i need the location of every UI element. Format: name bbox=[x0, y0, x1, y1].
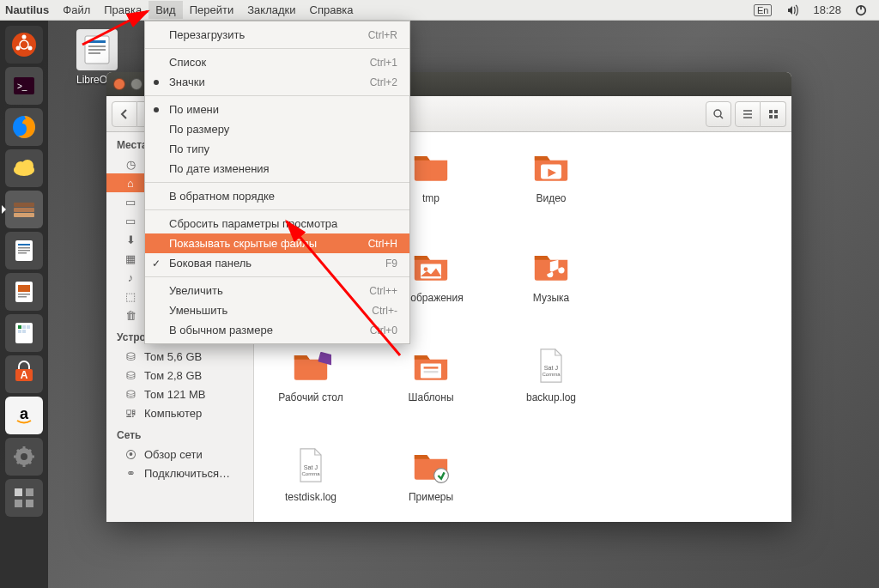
folder-icon bbox=[410, 345, 452, 386]
svg-rect-18 bbox=[18, 250, 30, 252]
sidebar-item[interactable]: ⦿Обзор сети bbox=[106, 445, 253, 464]
launcher-cloud[interactable] bbox=[5, 149, 43, 187]
menu-item-показывать-скрытые-файлы[interactable]: Показывать скрытые файлыCtrl+H bbox=[145, 233, 409, 253]
svg-rect-17 bbox=[18, 247, 30, 249]
svg-rect-27 bbox=[27, 325, 30, 329]
menu-item-по-типу[interactable]: По типу bbox=[145, 139, 409, 159]
svg-point-2 bbox=[22, 35, 27, 39]
svg-text:A: A bbox=[21, 369, 28, 381]
launcher-calc[interactable] bbox=[5, 314, 43, 352]
launcher-amazon[interactable]: a bbox=[5, 397, 43, 434]
svg-point-34 bbox=[21, 453, 27, 460]
menu-item-сбросить-параметры-просмотра[interactable]: Сбросить параметры просмотра bbox=[145, 214, 409, 233]
menu-item-перезагрузить[interactable]: ПерезагрузитьCtrl+R bbox=[145, 25, 409, 45]
clock-icon: ◷ bbox=[124, 157, 137, 171]
menu-item-увеличить[interactable]: УвеличитьCtrl++ bbox=[145, 281, 409, 300]
view-list-button[interactable] bbox=[735, 101, 761, 127]
svg-point-61 bbox=[434, 469, 449, 483]
unity-launcher: >_ A a bbox=[0, 21, 48, 588]
menu-view[interactable]: Вид bbox=[149, 1, 183, 19]
window-minimize-button[interactable] bbox=[130, 78, 142, 90]
svg-rect-43 bbox=[88, 52, 100, 54]
menu-bookmarks[interactable]: Закладки bbox=[240, 1, 302, 19]
file-item[interactable]: Музыка bbox=[508, 246, 594, 304]
svg-rect-26 bbox=[22, 325, 26, 329]
drive-icon: ⛁ bbox=[124, 387, 137, 401]
menu-item-боковая-панель[interactable]: ✓Боковая панельF9 bbox=[145, 253, 409, 273]
keyboard-indicator[interactable]: En bbox=[747, 4, 779, 16]
launcher-files[interactable] bbox=[5, 191, 43, 228]
session-indicator[interactable] bbox=[848, 4, 874, 16]
svg-point-11 bbox=[21, 160, 33, 172]
network-icon: ⦿ bbox=[124, 447, 137, 461]
menu-file[interactable]: Файл bbox=[56, 1, 97, 19]
home-icon: ⌂ bbox=[124, 176, 137, 190]
menu-item-в-обычном-размере[interactable]: В обычном размереCtrl+0 bbox=[145, 320, 409, 340]
search-button[interactable] bbox=[706, 101, 731, 127]
menu-item-уменьшить[interactable]: УменьшитьCtrl+- bbox=[145, 300, 409, 320]
menu-item-список[interactable]: СписокCtrl+1 bbox=[145, 52, 409, 72]
svg-rect-29 bbox=[22, 330, 26, 333]
launcher-software[interactable]: A bbox=[5, 355, 43, 393]
launcher-dash[interactable] bbox=[5, 26, 43, 64]
menu-edit[interactable]: Правка bbox=[97, 1, 149, 19]
svg-rect-28 bbox=[18, 330, 21, 333]
view-menu-dropdown: ПерезагрузитьCtrl+RСписокCtrl+1ЗначкиCtr… bbox=[144, 21, 410, 344]
svg-rect-37 bbox=[15, 500, 22, 507]
drive-icon: ⛁ bbox=[124, 349, 137, 363]
folder-icon: ▭ bbox=[124, 195, 137, 209]
menu-item-в-обратном-порядке[interactable]: В обратном порядке bbox=[145, 186, 409, 206]
sidebar-item[interactable]: ⛁Том 2,8 GB bbox=[106, 366, 253, 385]
menu-help[interactable]: Справка bbox=[303, 1, 361, 19]
folder-icon bbox=[410, 445, 452, 486]
menu-item-по-размеру[interactable]: По размеру bbox=[145, 119, 409, 139]
drive-icon: ⛁ bbox=[124, 368, 137, 382]
sidebar-item[interactable]: ⛁Том 5,6 GB bbox=[106, 347, 253, 366]
launcher-workspaces[interactable] bbox=[5, 479, 43, 517]
connect-icon: ⚭ bbox=[124, 466, 137, 480]
svg-text:>_: >_ bbox=[17, 82, 27, 91]
clock-indicator[interactable]: 18:28 bbox=[806, 3, 848, 16]
file-item[interactable]: Примеры bbox=[388, 445, 474, 503]
window-close-button[interactable] bbox=[113, 78, 125, 90]
svg-rect-16 bbox=[18, 244, 30, 246]
sidebar-item[interactable]: ⚭Подключиться… bbox=[106, 464, 253, 482]
folder-icon: ▭ bbox=[124, 214, 137, 227]
launcher-firefox[interactable] bbox=[5, 108, 43, 146]
computer-icon: 🖳 bbox=[124, 406, 137, 420]
svg-text:Sat J: Sat J bbox=[304, 464, 318, 471]
file-item[interactable]: Sat JCommabackup.log bbox=[508, 345, 594, 403]
sound-indicator[interactable] bbox=[779, 3, 806, 17]
folder-icon bbox=[410, 246, 452, 287]
launcher-settings[interactable] bbox=[5, 438, 43, 476]
svg-rect-45 bbox=[769, 110, 773, 113]
launcher-impress[interactable] bbox=[5, 273, 43, 311]
folder-icon bbox=[290, 345, 331, 386]
file-item[interactable]: Видео bbox=[508, 146, 594, 204]
svg-text:Sat J: Sat J bbox=[544, 364, 559, 372]
menu-item-значки[interactable]: ЗначкиCtrl+2 bbox=[145, 72, 409, 92]
launcher-terminal[interactable]: >_ bbox=[5, 67, 43, 105]
svg-rect-46 bbox=[774, 110, 778, 113]
svg-rect-36 bbox=[26, 488, 33, 496]
menubar-appname: Nautilus bbox=[5, 3, 49, 16]
download-icon: ⬇ bbox=[124, 233, 137, 246]
menu-go[interactable]: Перейти bbox=[183, 1, 241, 19]
file-item[interactable]: Sat JCommatestdisk.log bbox=[268, 445, 354, 503]
menu-item-по-имени[interactable]: По имени bbox=[145, 100, 409, 119]
svg-point-52 bbox=[424, 267, 428, 271]
file-item[interactable]: Шаблоны bbox=[388, 345, 474, 403]
launcher-writer[interactable] bbox=[5, 232, 43, 270]
svg-text:a: a bbox=[20, 405, 29, 422]
svg-rect-14 bbox=[14, 213, 34, 217]
view-grid-button[interactable] bbox=[761, 101, 786, 127]
svg-text:Comma: Comma bbox=[301, 471, 320, 476]
desktop-icon: ⬚ bbox=[124, 289, 137, 303]
menu-item-по-дате-изменения[interactable]: По дате изменения bbox=[145, 159, 409, 179]
nav-back-button[interactable] bbox=[112, 101, 137, 127]
file-item[interactable]: Рабочий стол bbox=[268, 345, 354, 403]
svg-text:Comma: Comma bbox=[542, 372, 561, 377]
sidebar-item[interactable]: ⛁Том 121 MB bbox=[106, 385, 253, 403]
svg-rect-25 bbox=[18, 325, 21, 329]
sidebar-item[interactable]: 🖳Компьютер bbox=[106, 403, 253, 422]
